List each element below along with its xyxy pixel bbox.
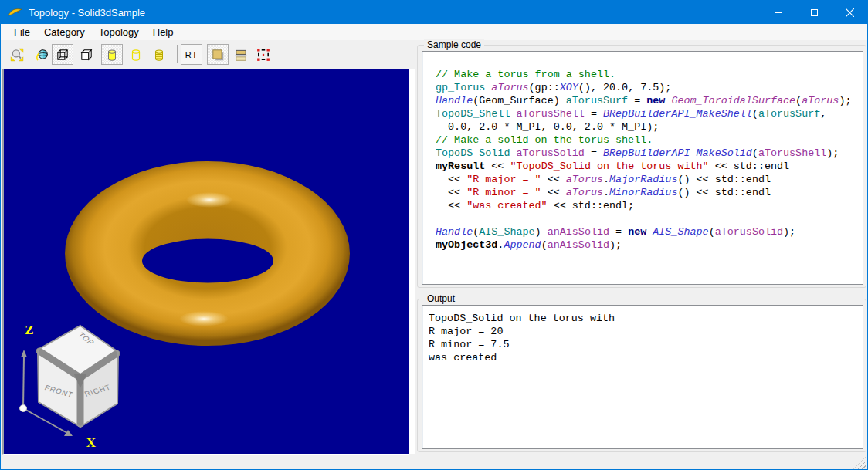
cylinder-hlr-icon [152,48,166,62]
menu-topology[interactable]: Topology [92,25,146,39]
close-button[interactable] [832,1,867,24]
wireframe-cube-button[interactable] [52,44,73,65]
output-label: Output [424,293,458,304]
cylinder-hlr-button[interactable] [148,44,170,65]
viewport-3d[interactable]: Z X TOP FRONT RIGHT [2,69,409,455]
titlebar[interactable]: Topology - Solid3dSample [1,1,867,24]
statusbar [1,455,867,470]
app-window: Topology - Solid3dSample File Category T… [0,0,868,470]
maximize-icon [811,9,818,16]
torus-shape [65,161,350,346]
panel-splitter[interactable] [409,69,415,454]
transparency-icon [234,48,248,62]
sample-code-label: Sample code [424,39,484,50]
minimize-icon [775,12,782,13]
selection-mode-button[interactable] [253,44,274,65]
axis-label-z: Z [25,323,33,337]
zoom-fit-button[interactable] [6,44,28,65]
menu-file[interactable]: File [7,25,37,39]
cylinder-wireframe-button[interactable] [125,44,147,65]
viewport-scene: Z X TOP FRONT RIGHT [4,69,409,454]
sample-code-area[interactable]: // Make a torus from a shell.gp_Torus aT… [422,51,863,285]
raytracing-button[interactable]: RT [181,44,202,65]
toolbar-separator [177,45,178,63]
wireframe-cube-icon [56,48,70,62]
shaded-cube-icon [80,48,93,62]
shading-mode-button[interactable] [207,44,229,65]
cylinder-shaded-button[interactable] [101,44,123,65]
shading-mode-icon [211,48,225,62]
close-icon [846,8,854,17]
resize-grip-icon[interactable] [853,457,866,469]
axis-label-x: X [86,435,97,450]
cylinder-shaded-icon [105,48,119,62]
raytracing-label: RT [185,50,198,59]
zoom-fit-icon [10,48,24,62]
output-area[interactable]: TopoDS_Solid on the torus withR major = … [422,305,863,449]
selection-mode-icon [256,48,270,62]
window-title: Topology - Solid3dSample [29,7,145,19]
maximize-button[interactable] [796,1,832,24]
view-cube[interactable]: TOP FRONT RIGHT [38,326,118,427]
rotate-view-button[interactable] [31,44,53,65]
cylinder-wireframe-icon [129,48,143,62]
sample-code-groupbox: Sample code // Make a torus from a shell… [417,45,866,288]
torus-highlight-top [186,192,232,208]
output-groupbox: Output TopoDS_Solid on the torus withR m… [417,299,866,452]
torus-highlight-bottom [179,311,229,326]
minimize-button[interactable] [761,1,796,24]
menu-help[interactable]: Help [146,25,181,39]
transparency-button[interactable] [230,44,252,65]
rotate-view-icon [35,48,49,62]
shaded-cube-button[interactable] [76,44,97,65]
app-icon [8,6,23,19]
menubar: File Category Topology Help [1,24,867,40]
menu-category[interactable]: Category [37,25,92,39]
